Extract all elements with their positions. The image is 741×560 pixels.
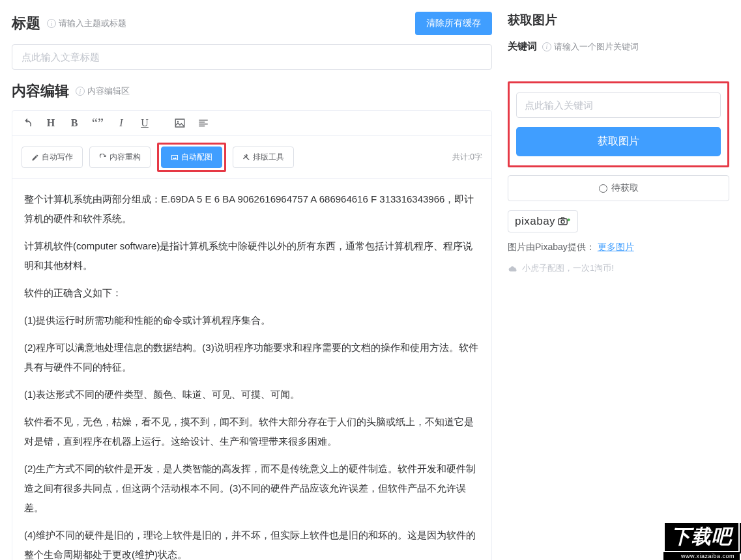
char-count: 共计:0字 bbox=[452, 152, 482, 163]
content-paragraph: (2)程序可以满意地处理信息的数据结构。(3)说明程序功能要求和程序需要的文档的… bbox=[24, 338, 480, 377]
undo-icon[interactable] bbox=[22, 117, 33, 129]
italic-icon[interactable]: I bbox=[115, 117, 127, 129]
watermark-main: 下载吧 bbox=[663, 522, 740, 552]
content-paragraph: 软件的正确含义如下： bbox=[24, 283, 480, 303]
refresh-icon bbox=[99, 154, 107, 161]
more-images-link[interactable]: 更多图片 bbox=[598, 242, 634, 252]
svg-point-0 bbox=[177, 121, 179, 122]
layout-tool-button[interactable]: 排版工具 bbox=[233, 147, 294, 168]
restructure-button[interactable]: 内容重构 bbox=[89, 147, 151, 168]
keyword-highlight-box: 获取图片 bbox=[508, 81, 729, 167]
auto-image-highlight: 自动配图 bbox=[157, 143, 226, 172]
picture-icon bbox=[171, 154, 179, 161]
note-line: 小虎子配图，一次1淘币! bbox=[508, 262, 729, 274]
fetch-image-title: 获取图片 bbox=[508, 12, 729, 29]
editor-container: H B “” I U 自动写作 内 bbox=[12, 110, 492, 560]
content-editor[interactable]: 整个计算机系统由两部分组成：E.69DA 5 E 6 BA 9062616964… bbox=[12, 179, 491, 560]
info-icon: i bbox=[542, 42, 551, 51]
content-label: 内容编辑 bbox=[12, 81, 69, 101]
pixabay-badge: pixabay bbox=[508, 210, 578, 232]
content-paragraph: 整个计算机系统由两部分组成：E.69DA 5 E 6 BA 9062616964… bbox=[24, 189, 480, 229]
content-paragraph: 软件看不见，无色，枯燥，看不见，摸不到，闻不到。软件大部分存在于人们的头脑或纸上… bbox=[24, 412, 480, 451]
align-left-icon[interactable] bbox=[197, 117, 209, 129]
cloud-icon bbox=[508, 264, 518, 272]
fetch-image-button[interactable]: 获取图片 bbox=[516, 127, 721, 156]
svg-point-3 bbox=[561, 220, 564, 223]
circle-icon bbox=[599, 184, 607, 193]
content-paragraph: 计算机软件(computer software)是指计算机系统中除硬件以外的所有… bbox=[24, 236, 480, 275]
title-hint: 请输入主题或标题 bbox=[59, 18, 126, 29]
bold-icon[interactable]: B bbox=[68, 117, 80, 129]
action-toolbar: 自动写作 内容重构 自动配图 排版工具 共计:0字 bbox=[12, 136, 491, 179]
info-icon: i bbox=[47, 19, 56, 28]
credit-line: 图片由Pixabay提供： 更多图片 bbox=[508, 242, 729, 253]
watermark: 下载吧 www.xiazaiba.com bbox=[663, 522, 740, 560]
heading-icon[interactable]: H bbox=[45, 117, 57, 129]
keyword-hint: 请输入一个图片关键词 bbox=[554, 41, 639, 53]
content-hint: 内容编辑区 bbox=[87, 85, 130, 97]
svg-rect-2 bbox=[559, 219, 567, 225]
camera-icon bbox=[558, 217, 571, 226]
auto-write-button[interactable]: 自动写作 bbox=[22, 147, 83, 168]
content-paragraph: (1)提供运行时所需功能和性能的命令或计算机程序集合。 bbox=[24, 311, 480, 330]
svg-rect-1 bbox=[172, 155, 178, 160]
image-icon[interactable] bbox=[174, 117, 186, 129]
underline-icon[interactable]: U bbox=[139, 117, 151, 129]
content-section-header: 内容编辑 i 内容编辑区 bbox=[12, 81, 492, 101]
info-icon: i bbox=[76, 87, 85, 96]
article-title-input[interactable] bbox=[12, 44, 492, 70]
content-paragraph: (1)表达形式不同的硬件类型、颜色、味道、可见、可摸、可闻。 bbox=[24, 385, 480, 404]
content-paragraph: (4)维护不同的硬件是旧的，理论上软件是旧的，并不坏，但实际上软件也是旧的和坏的… bbox=[24, 525, 480, 560]
title-section-header: 标题 i 请输入主题或标题 清除所有缓存 bbox=[12, 12, 492, 35]
keyword-label-row: 关键词 i 请输入一个图片关键词 bbox=[508, 40, 729, 53]
pixabay-label: pixabay bbox=[515, 215, 555, 228]
pending-status: 待获取 bbox=[508, 175, 729, 201]
format-toolbar: H B “” I U bbox=[12, 111, 491, 136]
pencil-icon bbox=[31, 154, 39, 161]
svg-point-4 bbox=[568, 218, 570, 221]
tools-icon bbox=[242, 154, 250, 161]
quote-icon[interactable]: “” bbox=[92, 117, 104, 129]
keyword-label: 关键词 bbox=[508, 40, 537, 53]
clear-cache-button[interactable]: 清除所有缓存 bbox=[415, 12, 492, 35]
watermark-url: www.xiazaiba.com bbox=[663, 552, 740, 560]
content-paragraph: (2)生产方式不同的软件是开发，是人类智能的高发挥，而不是传统意义上的硬件制造。… bbox=[24, 459, 480, 518]
keyword-input[interactable] bbox=[516, 92, 721, 118]
auto-image-button[interactable]: 自动配图 bbox=[161, 147, 222, 168]
title-label: 标题 bbox=[12, 14, 40, 33]
